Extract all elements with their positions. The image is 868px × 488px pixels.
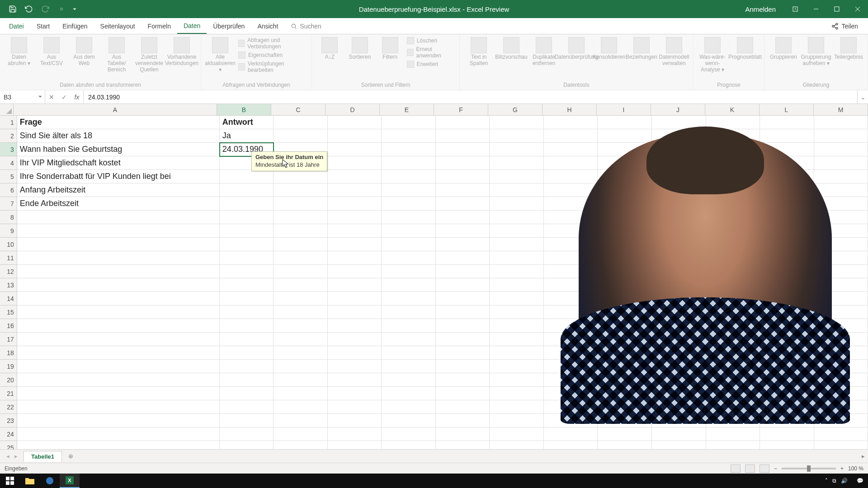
cell[interactable] bbox=[274, 116, 328, 129]
cell[interactable] bbox=[814, 156, 868, 170]
tab-daten[interactable]: Daten bbox=[177, 18, 207, 34]
ribbon-display-options-icon[interactable] bbox=[785, 0, 806, 18]
redo-icon[interactable] bbox=[38, 2, 52, 16]
column-header[interactable]: L bbox=[760, 104, 814, 115]
cell[interactable] bbox=[17, 292, 220, 305]
row-header[interactable]: 18 bbox=[0, 346, 17, 360]
cell[interactable] bbox=[328, 373, 382, 387]
cell[interactable] bbox=[328, 238, 382, 251]
cell[interactable] bbox=[436, 292, 490, 305]
cell[interactable] bbox=[490, 387, 544, 400]
cell[interactable] bbox=[328, 116, 382, 129]
zoom-level[interactable]: 100 % bbox=[848, 465, 863, 472]
cell[interactable] bbox=[220, 387, 274, 400]
cell[interactable] bbox=[382, 319, 436, 333]
cell[interactable] bbox=[382, 373, 436, 387]
cell[interactable] bbox=[220, 333, 274, 346]
cell[interactable] bbox=[490, 427, 544, 441]
ribbon-button[interactable]: A↓Z bbox=[316, 37, 343, 61]
cell[interactable]: Ihre Sonderrabatt für VIP Kunden liegt b… bbox=[17, 170, 220, 183]
cell[interactable] bbox=[17, 414, 220, 427]
cell[interactable] bbox=[436, 414, 490, 427]
view-page-layout-icon[interactable] bbox=[745, 465, 755, 473]
cell[interactable] bbox=[706, 441, 760, 449]
row-header[interactable]: 20 bbox=[0, 373, 17, 387]
cell[interactable] bbox=[274, 305, 328, 319]
cell[interactable] bbox=[17, 224, 220, 238]
expand-formula-bar-icon[interactable]: ⌄ bbox=[857, 90, 868, 103]
cell[interactable] bbox=[490, 305, 544, 319]
cell[interactable] bbox=[490, 116, 544, 129]
cell[interactable] bbox=[382, 156, 436, 170]
cell[interactable] bbox=[760, 441, 814, 449]
column-header[interactable]: I bbox=[597, 104, 651, 115]
cell[interactable] bbox=[220, 183, 274, 197]
cell[interactable] bbox=[436, 211, 490, 224]
save-icon[interactable] bbox=[5, 2, 20, 16]
cell[interactable] bbox=[436, 387, 490, 400]
cell[interactable] bbox=[220, 305, 274, 319]
cell[interactable] bbox=[220, 346, 274, 360]
cell[interactable] bbox=[274, 319, 328, 333]
zoom-slider[interactable] bbox=[782, 468, 836, 469]
cell[interactable] bbox=[598, 129, 652, 143]
cell[interactable] bbox=[490, 129, 544, 143]
cell[interactable] bbox=[17, 278, 220, 292]
cell[interactable] bbox=[274, 441, 328, 449]
select-all-button[interactable] bbox=[0, 104, 14, 115]
ribbon-button-small[interactable]: Abfragen und Verbindungen bbox=[238, 37, 307, 50]
cell[interactable] bbox=[328, 319, 382, 333]
cell[interactable]: Ende Arbeitszeit bbox=[17, 197, 220, 211]
cell[interactable] bbox=[328, 387, 382, 400]
sign-in-link[interactable]: Anmelden bbox=[736, 5, 785, 13]
cell[interactable] bbox=[436, 251, 490, 265]
cell[interactable] bbox=[220, 373, 274, 387]
cell[interactable] bbox=[274, 414, 328, 427]
row-header[interactable]: 22 bbox=[0, 400, 17, 414]
cell[interactable] bbox=[490, 265, 544, 278]
cell[interactable] bbox=[274, 373, 328, 387]
row-header[interactable]: 15 bbox=[0, 305, 17, 319]
qat-customize-icon[interactable] bbox=[71, 2, 79, 16]
file-explorer-icon[interactable] bbox=[20, 474, 40, 488]
cell[interactable] bbox=[17, 265, 220, 278]
ribbon-button[interactable]: Duplikate entfernen bbox=[529, 37, 558, 67]
cell[interactable] bbox=[436, 156, 490, 170]
cell[interactable] bbox=[382, 427, 436, 441]
cell[interactable] bbox=[382, 305, 436, 319]
confirm-edit-icon[interactable]: ✓ bbox=[58, 94, 71, 101]
ribbon-button[interactable]: Teilergebnis bbox=[834, 37, 863, 61]
cell[interactable] bbox=[382, 183, 436, 197]
column-header[interactable]: K bbox=[705, 104, 760, 115]
cell[interactable] bbox=[220, 251, 274, 265]
cell[interactable] bbox=[436, 183, 490, 197]
cell[interactable] bbox=[490, 373, 544, 387]
cell[interactable] bbox=[490, 414, 544, 427]
cell[interactable] bbox=[760, 129, 814, 143]
row-header[interactable]: 14 bbox=[0, 292, 17, 305]
ribbon-button-small[interactable]: Eigenschaften bbox=[238, 52, 307, 59]
cell[interactable] bbox=[220, 170, 274, 183]
row-header[interactable]: 8 bbox=[0, 211, 17, 224]
cell[interactable] bbox=[328, 170, 382, 183]
cell[interactable] bbox=[436, 278, 490, 292]
cell[interactable] bbox=[328, 305, 382, 319]
row-header[interactable]: 3 bbox=[0, 143, 17, 156]
touch-mode-icon[interactable] bbox=[54, 2, 69, 16]
row-header[interactable]: 13 bbox=[0, 278, 17, 292]
ribbon-button[interactable]: Datenüberprüfung bbox=[562, 37, 591, 61]
cell[interactable] bbox=[328, 224, 382, 238]
cell[interactable] bbox=[220, 427, 274, 441]
cell[interactable] bbox=[274, 129, 328, 143]
fx-icon[interactable]: fx bbox=[71, 94, 83, 101]
cell[interactable] bbox=[490, 251, 544, 265]
cell[interactable] bbox=[490, 224, 544, 238]
cell[interactable] bbox=[328, 156, 382, 170]
cell[interactable] bbox=[328, 346, 382, 360]
row-header[interactable]: 19 bbox=[0, 360, 17, 373]
cell[interactable] bbox=[436, 360, 490, 373]
cell[interactable] bbox=[220, 211, 274, 224]
cell[interactable] bbox=[328, 265, 382, 278]
row-header[interactable]: 21 bbox=[0, 387, 17, 400]
cell[interactable] bbox=[328, 400, 382, 414]
